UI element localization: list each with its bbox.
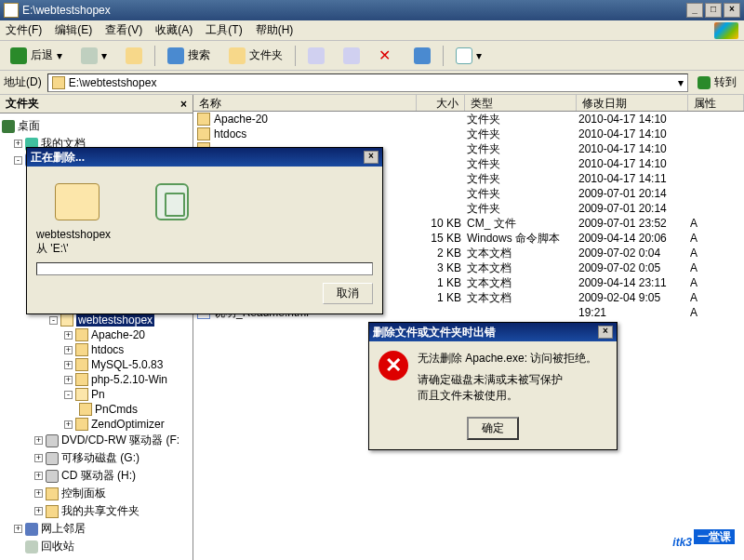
addressbar: 地址(D) E:\webtestshopex ▾ 转到 [0, 71, 744, 95]
dialog-titlebar[interactable]: 正在删除... × [27, 148, 382, 167]
copy-to-button[interactable] [337, 45, 366, 67]
tree-pn[interactable]: Pn [91, 388, 105, 401]
minimize-button[interactable]: _ [686, 3, 703, 18]
expand-button[interactable]: + [34, 454, 43, 462]
tree-mysql[interactable]: MySQL-5.0.83 [91, 358, 163, 371]
move-icon [308, 47, 325, 64]
tree-dvd[interactable]: DVD/CD-RW 驱动器 (F: [61, 433, 179, 448]
expand-button[interactable]: + [34, 489, 43, 498]
up-button[interactable] [119, 45, 149, 67]
file-type: 文件夹 [467, 156, 578, 172]
chevron-down-icon[interactable]: ▾ [678, 76, 684, 89]
file-row[interactable]: htdocs文件夹2010-04-17 14:10 [193, 127, 744, 141]
folder-icon [75, 373, 88, 386]
ok-button[interactable]: 确定 [467, 417, 519, 440]
close-button[interactable]: × [724, 3, 740, 18]
file-type: 文本文档 [467, 246, 578, 261]
tree-desktop[interactable]: 桌面 [18, 118, 40, 134]
expand-button[interactable]: + [14, 140, 22, 148]
folders-button[interactable]: 文件夹 [222, 45, 289, 67]
go-button[interactable]: 转到 [694, 74, 740, 90]
undo-button[interactable] [407, 45, 437, 67]
address-input[interactable]: E:\webtestshopex ▾ [47, 73, 688, 92]
copy-icon [343, 47, 360, 64]
menubar: 文件(F) 编辑(E) 查看(V) 收藏(A) 工具(T) 帮助(H) [0, 20, 744, 41]
folder-icon [75, 328, 88, 341]
menu-tools[interactable]: 工具(T) [206, 22, 242, 38]
tree-remov[interactable]: 可移动磁盘 (G:) [61, 450, 140, 466]
folders-icon [229, 47, 246, 64]
tree-ctrl[interactable]: 控制面板 [61, 486, 106, 501]
collapse-button[interactable]: - [64, 391, 73, 399]
tree-recycle[interactable]: 回收站 [41, 539, 74, 554]
search-button[interactable]: 搜索 [161, 45, 217, 67]
menu-edit[interactable]: 编辑(E) [55, 22, 92, 38]
file-name: Apache-20 [214, 113, 268, 126]
file-date: 2010-04-17 14:10 [578, 142, 690, 155]
recycle-bin-icon [155, 183, 189, 220]
error-icon: ✕ [379, 351, 408, 380]
error-line3: 而且文件未被使用。 [418, 388, 597, 404]
file-date: 2009-04-14 20:06 [578, 232, 690, 245]
dialog-close-button[interactable]: × [598, 326, 613, 339]
forward-button[interactable]: ▾ [74, 45, 113, 67]
delete-icon: ✕ [379, 47, 395, 64]
tree-pncmds[interactable]: PnCmds [95, 403, 138, 416]
error-line2: 请确定磁盘未满或未被写保护 [418, 372, 597, 388]
delete-button[interactable]: ✕ [372, 45, 402, 67]
expand-button[interactable]: + [64, 376, 73, 384]
tree-php[interactable]: php-5.2.10-Win [91, 373, 167, 386]
col-date[interactable]: 修改日期 [577, 95, 688, 111]
menu-help[interactable]: 帮助(H) [256, 22, 294, 38]
tree-net[interactable]: 网上邻居 [41, 521, 86, 537]
file-type: 文件夹 [467, 186, 578, 202]
expand-button[interactable]: + [34, 507, 43, 515]
folder-icon [197, 113, 210, 126]
menu-file[interactable]: 文件(F) [6, 22, 42, 38]
expand-button[interactable]: + [64, 420, 73, 429]
dialog-titlebar[interactable]: 删除文件或文件夹时出错 × [369, 323, 617, 341]
folder-open-icon [75, 388, 88, 401]
tree-share[interactable]: 我的共享文件夹 [61, 503, 140, 519]
cancel-button[interactable]: 取消 [323, 283, 373, 304]
col-type[interactable]: 类型 [465, 95, 577, 111]
move-to-button[interactable] [301, 45, 331, 67]
collapse-button[interactable]: - [14, 156, 22, 165]
tree-htdocs[interactable]: htdocs [91, 343, 124, 356]
menu-view[interactable]: 查看(V) [105, 22, 142, 38]
dialog-close-button[interactable]: × [364, 151, 379, 164]
expand-button[interactable]: + [14, 525, 22, 533]
file-attr: A [690, 276, 718, 289]
expand-button[interactable]: + [64, 361, 73, 369]
folder-icon [75, 343, 88, 356]
drive-icon [46, 434, 59, 447]
expand-button[interactable]: + [64, 346, 73, 354]
file-size: 1 KB [418, 291, 467, 304]
expand-button[interactable]: + [34, 436, 43, 445]
tree-apache[interactable]: Apache-20 [91, 328, 145, 341]
expand-button[interactable]: + [64, 331, 73, 340]
file-attr: A [690, 217, 718, 230]
file-type: Windows 命令脚本 [467, 231, 578, 247]
tree-zend[interactable]: ZendOptimizer [91, 418, 165, 431]
col-size[interactable]: 大小 [417, 95, 465, 111]
file-size: 15 KB [418, 232, 467, 245]
col-attr[interactable]: 属性 [688, 95, 744, 111]
recycle-icon [25, 540, 38, 553]
col-name[interactable]: 名称 [193, 95, 417, 111]
collapse-button[interactable]: - [49, 316, 58, 325]
close-sidebar-button[interactable]: × [180, 98, 187, 111]
tree-cd[interactable]: CD 驱动器 (H:) [61, 468, 136, 484]
maximize-button[interactable]: □ [705, 3, 722, 18]
address-label: 地址(D) [4, 74, 42, 90]
views-button[interactable]: ▾ [449, 45, 488, 67]
expand-button[interactable]: + [34, 472, 43, 480]
tree-webtestshopex[interactable]: webtestshopex [76, 313, 154, 327]
error-line1: 无法删除 Apache.exe: 访问被拒绝。 [418, 351, 597, 367]
folder-open-icon [55, 183, 100, 220]
column-headers[interactable]: 名称 大小 类型 修改日期 属性 [193, 95, 744, 112]
menu-fav[interactable]: 收藏(A) [155, 22, 193, 38]
back-button[interactable]: 后退▾ [4, 45, 69, 67]
file-row[interactable]: Apache-20文件夹2010-04-17 14:10 [193, 112, 744, 127]
file-date: 2009-07-01 20:14 [578, 202, 690, 215]
